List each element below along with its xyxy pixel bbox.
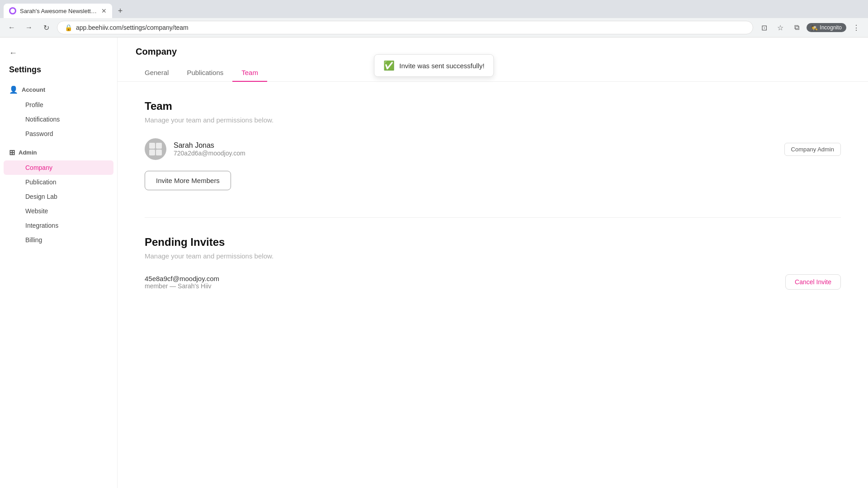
sidebar-item-profile[interactable]: Profile [4, 98, 113, 112]
member-email: 720a2d6a@moodjoy.com [174, 150, 777, 157]
toolbar-icons: ⊡ ☆ ⧉ 🕵 Incognito ⋮ [758, 21, 863, 34]
address-bar: ← → ↻ 🔒 app.beehiiv.com/settings/company… [0, 18, 868, 37]
tab-title: Sarah's Awesome Newsletter - b... [20, 8, 98, 14]
sidebar-section-account-header: 👤 Account [0, 82, 117, 98]
back-arrow-icon: ← [9, 48, 17, 58]
admin-icon: ⊞ [9, 148, 15, 157]
team-section-title: Team [145, 100, 841, 113]
app: ← Settings 👤 Account Profile Notificatio… [0, 38, 868, 488]
pending-invites-title: Pending Invites [145, 236, 841, 249]
invite-more-members-button[interactable]: Invite More Members [145, 171, 231, 190]
pending-invites-subtitle: Manage your team and permissions below. [145, 252, 841, 260]
pending-invite-info: 45e8a9cf@moodjoy.com member — Sarah's Hi… [145, 275, 778, 290]
content-area: Team Manage your team and permissions be… [118, 82, 868, 335]
sidebar-back-button[interactable]: ← [0, 45, 117, 61]
sidebar-item-billing[interactable]: Billing [4, 233, 113, 247]
sidebar-item-password[interactable]: Password [4, 127, 113, 141]
sidebar-item-website[interactable]: Website [4, 204, 113, 218]
member-info: Sarah Jonas 720a2d6a@moodjoy.com [174, 141, 777, 157]
member-name: Sarah Jonas [174, 141, 777, 150]
tab-bar: Sarah's Awesome Newsletter - b... ✕ + [0, 0, 868, 18]
cast-icon[interactable]: ⊡ [758, 21, 770, 34]
main-content: Company General Publications Team Team M… [118, 38, 868, 488]
sidebar-item-publication[interactable]: Publication [4, 175, 113, 189]
sidebar-section-account: 👤 Account Profile Notifications Password [0, 82, 117, 141]
account-icon: 👤 [9, 85, 18, 94]
incognito-badge: 🕵 Incognito [807, 23, 846, 32]
team-section-subtitle: Manage your team and permissions below. [145, 116, 841, 124]
tab-publications[interactable]: Publications [178, 64, 232, 82]
bookmark-icon[interactable]: ☆ [774, 21, 787, 34]
pending-invite-email: 45e8a9cf@moodjoy.com [145, 275, 778, 282]
lock-icon: 🔒 [65, 24, 72, 31]
section-divider [145, 217, 841, 218]
new-tab-button[interactable]: + [114, 5, 127, 17]
tab-general[interactable]: General [136, 64, 178, 82]
sidebar-item-integrations[interactable]: Integrations [4, 218, 113, 233]
forward-button[interactable]: → [23, 21, 35, 34]
tab-close-button[interactable]: ✕ [101, 7, 107, 14]
toast-message: Invite was sent successfully! [399, 62, 484, 70]
url-text: app.beehiiv.com/settings/company/team [76, 24, 189, 31]
url-bar[interactable]: 🔒 app.beehiiv.com/settings/company/team [57, 21, 753, 34]
sidebar-item-design-lab[interactable]: Design Lab [4, 189, 113, 204]
toast-container: ✅ Invite was sent successfully! [374, 54, 494, 77]
sidebar-section-account-label: Account [22, 86, 45, 93]
sidebar-title: Settings [0, 63, 117, 82]
menu-icon[interactable]: ⋮ [850, 21, 863, 34]
sidebar-item-company[interactable]: Company [4, 160, 113, 175]
toast-notification: ✅ Invite was sent successfully! [374, 54, 494, 77]
tab-team[interactable]: Team [232, 64, 267, 82]
table-row: Sarah Jonas 720a2d6a@moodjoy.com Company… [145, 138, 841, 160]
reload-button[interactable]: ↻ [40, 21, 52, 34]
cancel-invite-button[interactable]: Cancel Invite [785, 274, 841, 290]
pending-invite-role: member — Sarah's Hiiv [145, 282, 778, 290]
check-circle-icon: ✅ [383, 60, 395, 71]
avatar [145, 138, 166, 160]
sidebar: ← Settings 👤 Account Profile Notificatio… [0, 38, 118, 488]
pending-invites-section: Pending Invites Manage your team and per… [145, 236, 841, 290]
table-row: 45e8a9cf@moodjoy.com member — Sarah's Hi… [145, 274, 841, 290]
sidebar-item-notifications[interactable]: Notifications [4, 112, 113, 127]
back-button[interactable]: ← [5, 21, 18, 34]
member-badge: Company Admin [784, 143, 841, 156]
tab-favicon [9, 7, 16, 14]
active-tab[interactable]: Sarah's Awesome Newsletter - b... ✕ [4, 4, 112, 18]
team-section: Team Manage your team and permissions be… [145, 100, 841, 190]
sidebar-section-admin-label: Admin [19, 149, 37, 156]
window-icon[interactable]: ⧉ [790, 21, 803, 34]
sidebar-section-admin: ⊞ Admin Company Publication Design Lab W… [0, 145, 117, 247]
sidebar-section-admin-header: ⊞ Admin [0, 145, 117, 160]
browser-chrome: Sarah's Awesome Newsletter - b... ✕ + ← … [0, 0, 868, 38]
